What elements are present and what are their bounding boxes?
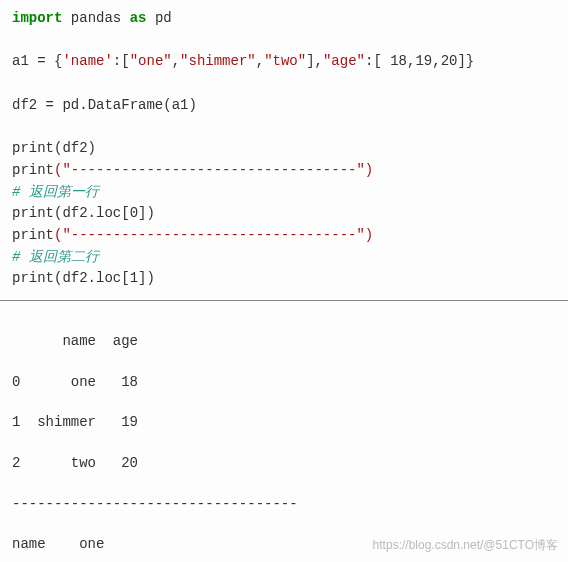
code-line-print-loc0: print(df2.loc[0])	[12, 203, 556, 225]
output-block: name age 0 one 18 1 shimmer 19 2 two 20 …	[0, 301, 568, 562]
arg-loc1: (df2.loc[1])	[54, 270, 155, 286]
num-20: 20	[441, 53, 458, 69]
str-sep: ("----------------------------------")	[54, 162, 373, 178]
call-dataframe: pd.DataFrame(a1)	[62, 97, 196, 113]
fn-print: print	[12, 140, 54, 156]
bracket-close: ]	[306, 53, 314, 69]
arg-loc0: (df2.loc[0])	[54, 205, 155, 221]
brace-close: }	[466, 53, 474, 69]
keyword-import: import	[12, 10, 62, 26]
output-row-0: 0 one 18	[12, 372, 556, 392]
code-line-a1: a1 = {'name':["one","shimmer","two"],"ag…	[12, 51, 556, 73]
output-header: name age	[12, 331, 556, 351]
keyword-as: as	[130, 10, 147, 26]
num-19: 19	[415, 53, 432, 69]
str-sep: ("----------------------------------")	[54, 227, 373, 243]
var-a1: a1	[12, 53, 29, 69]
code-line-print-sep1: print("---------------------------------…	[12, 160, 556, 182]
op-eq: =	[29, 53, 54, 69]
str-two: "two"	[264, 53, 306, 69]
code-line-print-df2: print(df2)	[12, 138, 556, 160]
code-line-df2: df2 = pd.DataFrame(a1)	[12, 95, 556, 117]
output-row-2: 2 two 20	[12, 453, 556, 473]
op-eq: =	[37, 97, 62, 113]
code-line-print-sep2: print("---------------------------------…	[12, 225, 556, 247]
op-comma: ,	[256, 53, 264, 69]
fn-print: print	[12, 205, 54, 221]
bracket-open: [	[121, 53, 129, 69]
output-row-1: 1 shimmer 19	[12, 412, 556, 432]
code-block: import pandas as pd a1 = {'name':["one",…	[0, 0, 568, 301]
fn-print: print	[12, 270, 54, 286]
op-comma: ,	[315, 53, 323, 69]
op-comma: ,	[432, 53, 440, 69]
fn-print: print	[12, 162, 54, 178]
code-comment-row2: # 返回第二行	[12, 247, 556, 269]
op-colon: :	[113, 53, 121, 69]
code-line-import: import pandas as pd	[12, 8, 556, 30]
output-sep-1: ----------------------------------	[12, 494, 556, 514]
str-one: "one"	[130, 53, 172, 69]
bracket-close: ]	[457, 53, 465, 69]
str-shimmer: "shimmer"	[180, 53, 256, 69]
bracket-open: [	[373, 53, 381, 69]
op-comma: ,	[172, 53, 180, 69]
alias-pd: pd	[155, 10, 172, 26]
module-pandas: pandas	[71, 10, 121, 26]
code-line-print-loc1: print(df2.loc[1])	[12, 268, 556, 290]
var-df2: df2	[12, 97, 37, 113]
arg-df2: (df2)	[54, 140, 96, 156]
str-name-key: 'name'	[62, 53, 112, 69]
code-comment-row1: # 返回第一行	[12, 182, 556, 204]
str-age-key: "age"	[323, 53, 365, 69]
num-18: 18	[382, 53, 407, 69]
watermark-text: https://blog.csdn.net/@51CTO博客	[373, 537, 558, 554]
fn-print: print	[12, 227, 54, 243]
